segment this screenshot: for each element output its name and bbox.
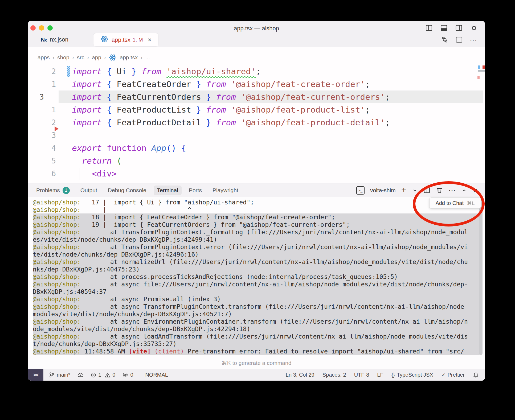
breadcrumb-separator: › [53,55,54,60]
maximize-panel-chevron-icon[interactable] [461,187,467,193]
terminal-instance-label[interactable]: volta-shim [370,187,396,193]
toggle-panel-icon[interactable] [440,24,448,32]
indentation-setting[interactable]: Spaces: 2 [322,372,346,378]
cursor-position[interactable]: Ln 3, Col 29 [286,372,314,378]
panel-tab-terminal[interactable]: Terminal [154,186,182,195]
breadcrumb-item[interactable]: app.tsx [120,54,138,61]
kill-terminal-trash-icon[interactable] [436,187,443,194]
braces-icon: {} [391,372,395,378]
terminal-project-prefix: @aishop/shop: [33,318,81,325]
terminal-shell-icon: >_ [356,186,365,195]
tab-label: nx.json [50,36,68,43]
problems-status[interactable]: 1 0 [91,372,115,378]
open-changes-icon[interactable] [441,36,448,43]
ports-count: 0 [130,372,133,378]
language-mode[interactable]: {} TypeScript JSX [391,372,433,378]
code-line: 5 return ( [28,154,485,167]
code-editor[interactable]: apps›shop›src›app› app.tsx›... 2import {… [28,47,485,183]
tab-label: app.tsx [112,36,130,43]
breadcrumb-separator: › [72,55,74,60]
terminal-line: @aishop/shop: at async TransformPluginCo… [33,303,479,310]
split-terminal-icon[interactable] [423,187,430,194]
breadcrumb-item[interactable]: src [77,54,84,61]
breadcrumb-separator: › [104,55,106,60]
minimize-window-button[interactable] [39,25,44,31]
breadcrumb-item[interactable]: ... [145,54,150,61]
split-editor-icon[interactable] [455,36,463,43]
close-tab-icon[interactable]: × [148,37,152,43]
terminal-line: @aishop/shop: at async EnvironmentPlugin… [33,318,479,325]
notifications-bell-icon[interactable] [473,372,479,378]
breadcrumb-item[interactable]: app [92,54,101,61]
terminal-output[interactable]: @aishop/shop: 17 | import { Ui } from "a… [28,197,485,355]
panel-tab-output[interactable]: Output [77,186,101,195]
overview-modified-mark [478,65,480,69]
line-number: 2 [39,118,56,127]
code-line: 3import { FeatCurrentOrders } from '@ais… [28,90,485,103]
line-number: 3 [39,131,56,140]
publish-cloud-icon[interactable] [77,372,84,378]
close-panel-icon[interactable] [473,187,479,193]
problems-count-badge: 1 [63,187,70,194]
tab-nx-json[interactable]: Nx nx.json [34,32,75,47]
breadcrumb-item[interactable]: apps [38,54,50,61]
panel-tab-problems[interactable]: Problems1 [33,185,73,196]
terminal-line: DBxKXgDP.js:40594:37 [33,288,479,295]
toggle-sidebar-icon[interactable] [425,24,433,32]
panel-tab-playwright[interactable]: Playwright [209,186,242,195]
formatter-status[interactable]: ✓ Prettier [441,372,465,378]
overview-error-mark [483,65,485,69]
zoom-window-button[interactable] [47,25,53,31]
terminal-line: @aishop/shop: 11:48:58 AM [vite] (client… [33,348,479,355]
terminal-line: @aishop/shop: | ^ [33,206,479,213]
line-number: 1 [39,105,56,114]
terminal-line: @aishop/shop: at process.processTicksAnd… [33,273,479,281]
code-line: 6 <div> [28,167,485,180]
desktop-stage: { "window": { "title": "app.tsx — aishop… [0,0,515,420]
vscode-window: app.tsx — aishop Nx nx.json [28,21,485,381]
git-deleted-gutter-mark [55,126,59,131]
breadcrumb-item[interactable]: shop [57,54,70,61]
check-icon: ✓ [441,372,446,378]
terminal-scrollbar[interactable] [479,199,483,355]
terminal-project-prefix: @aishop/shop: [33,206,81,213]
terminal-line: @aishop/shop: at async file:///Users/jur… [33,281,479,288]
react-icon [100,35,108,43]
terminal-line: @aishop/shop: 19 | import { FeatCurrentO… [33,221,479,228]
tab-app-tsx[interactable]: app.tsx 1, M × [93,33,158,46]
editor-scrollbar-thumb[interactable] [478,70,485,72]
line-number: 5 [39,157,56,165]
git-branch-status[interactable]: main* [49,372,70,378]
settings-gear-icon[interactable] [470,24,478,32]
new-terminal-icon[interactable]: + [401,186,406,194]
breadcrumb-separator: › [87,55,89,60]
status-bar: >< main* 1 0 0 -- NORMAL -- Ln 3, Col 29 [28,369,485,381]
forwarded-ports-status[interactable]: 0 [122,372,133,378]
code-line: 2import { Ui } from 'aishop/ui-shared'; [28,65,485,78]
panel-tab-debug-console[interactable]: Debug Console [104,186,150,195]
line-number: 3 [39,93,56,101]
terminal-dropdown-chevron-icon[interactable] [412,187,418,193]
more-actions-icon[interactable]: ⋯ [470,36,477,43]
line-number: 2 [39,67,56,76]
editor-tab-bar: Nx nx.json app.tsx 1, M × ⋯ [28,32,485,47]
bottom-panel: Problems1OutputDebug ConsoleTerminalPort… [28,183,485,357]
tab-dirty-badge: 1, M [133,37,143,43]
add-to-chat-tooltip[interactable]: Add to Chat ⌘L [429,197,481,209]
breadcrumb[interactable]: apps›shop›src›app› app.tsx›... [28,47,485,62]
close-window-button[interactable] [30,25,36,31]
encoding-setting[interactable]: UTF-8 [354,372,369,378]
line-number: 6 [39,169,56,178]
eol-setting[interactable]: LF [377,372,383,378]
terminal-project-prefix: @aishop/shop: [33,258,81,265]
terminal-line: @aishop/shop: at async loadAndTransform … [33,333,479,340]
remote-indicator[interactable]: >< [28,369,43,381]
code-lines: 2import { Ui } from 'aishop/ui-shared';1… [28,65,485,180]
panel-more-actions-icon[interactable]: ⋯ [448,187,456,194]
toggle-secondary-sidebar-icon[interactable] [455,24,463,32]
vim-mode-indicator[interactable]: -- NORMAL -- [140,372,173,378]
code-line: 3 [28,129,485,142]
terminal-project-prefix: @aishop/shop: [33,296,81,303]
panel-tab-ports[interactable]: Ports [185,186,205,195]
traffic-lights [30,25,53,31]
